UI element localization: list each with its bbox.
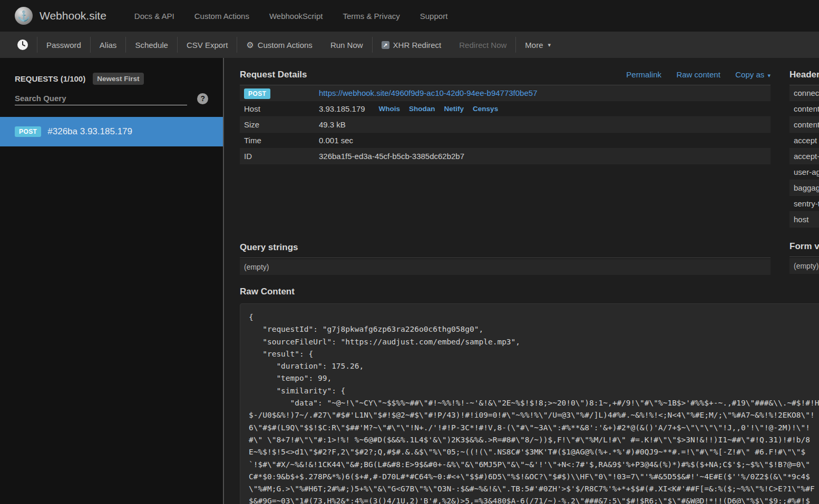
detail-row-time: Time 0.001 sec bbox=[240, 133, 771, 149]
form-values-section: Form values (empty) bbox=[789, 236, 819, 274]
history-clock-button[interactable] bbox=[13, 39, 37, 51]
search-input[interactable] bbox=[15, 92, 187, 105]
header-row: user-agent bbox=[789, 164, 819, 180]
size-value: 49.3 kB bbox=[319, 120, 771, 129]
alias-button[interactable]: Alias bbox=[91, 41, 126, 50]
header-row: content-length bbox=[789, 101, 819, 117]
permalink-link[interactable]: Permalink bbox=[626, 70, 661, 79]
nav-item-docs-api[interactable]: Docs & API bbox=[124, 12, 184, 21]
gear-icon: ⚙ bbox=[246, 40, 253, 50]
shodan-link[interactable]: Shodan bbox=[409, 105, 435, 113]
caret-down-icon: ▾ bbox=[767, 72, 771, 78]
request-details-column: Request Details Permalink Raw content Co… bbox=[240, 64, 771, 504]
post-method-badge: POST bbox=[15, 126, 41, 137]
header-row: content-type bbox=[789, 117, 819, 133]
time-value: 0.001 sec bbox=[319, 136, 771, 145]
netify-link[interactable]: Netify bbox=[444, 105, 464, 113]
top-navbar: ⚓ Webhook.site Docs & API Custom Actions… bbox=[0, 0, 819, 32]
schedule-button[interactable]: Schedule bbox=[126, 41, 177, 50]
detail-row-url: POST https://webhook.site/4960f9d9-ac10-… bbox=[240, 85, 771, 101]
header-row: accept-encoding bbox=[789, 149, 819, 164]
request-item-label: #326ba 3.93.185.179 bbox=[47, 126, 132, 137]
custom-actions-button[interactable]: ⚙ Custom Actions bbox=[237, 40, 321, 50]
raw-content-text: { "requestId": "g7j8pkwafg6zp63ra226o0c6… bbox=[240, 303, 819, 504]
brand-link[interactable]: ⚓ Webhook.site bbox=[15, 7, 106, 25]
caret-down-icon: ▾ bbox=[548, 42, 551, 48]
action-toolbar: Password Alias Schedule CSV Export ⚙ Cus… bbox=[0, 32, 819, 58]
header-row: accept bbox=[789, 133, 819, 149]
detail-row-id: ID 326ba1f5-ed3a-45cf-b5cb-3385dc62b2b7 bbox=[240, 149, 771, 164]
anchor-logo-icon: ⚓ bbox=[15, 7, 33, 25]
clock-icon bbox=[17, 39, 28, 51]
sidebar-header: REQUESTS (1/100) Newest First ? bbox=[0, 58, 223, 105]
nav-item-terms-privacy[interactable]: Terms & Privacy bbox=[333, 12, 409, 21]
nav-item-custom-actions[interactable]: Custom Actions bbox=[184, 12, 259, 21]
header-row: connection bbox=[789, 85, 819, 101]
request-list-item-selected[interactable]: POST #326ba 3.93.185.179 bbox=[0, 117, 223, 146]
whois-link[interactable]: Whois bbox=[379, 105, 401, 113]
custom-actions-label: Custom Actions bbox=[258, 41, 313, 50]
raw-content-link[interactable]: Raw content bbox=[676, 70, 720, 79]
size-label: Size bbox=[240, 120, 319, 129]
requests-sidebar: REQUESTS (1/100) Newest First ? POST #32… bbox=[0, 58, 224, 504]
post-method-badge: POST bbox=[244, 88, 270, 99]
navbar-links: Docs & API Custom Actions WebhookScript … bbox=[124, 12, 457, 21]
host-value: 3.93.185.179 bbox=[319, 104, 365, 113]
redirect-now-button[interactable]: Redirect Now bbox=[450, 41, 515, 50]
host-label: Host bbox=[240, 104, 319, 113]
header-row: host bbox=[789, 212, 819, 228]
time-label: Time bbox=[240, 136, 319, 145]
nav-item-support[interactable]: Support bbox=[410, 12, 458, 21]
password-button[interactable]: Password bbox=[37, 41, 90, 50]
request-url-link[interactable]: https://webhook.site/4960f9d9-ac10-42d0-… bbox=[319, 88, 538, 97]
request-details-title: Request Details bbox=[240, 70, 307, 80]
copy-as-label: Copy as bbox=[735, 70, 764, 79]
host-lookup-links: Whois Shodan Netify Censys bbox=[379, 105, 499, 113]
nav-item-webhookscript[interactable]: WebhookScript bbox=[259, 12, 333, 21]
query-strings-empty: (empty) bbox=[240, 259, 771, 275]
censys-link[interactable]: Censys bbox=[473, 105, 498, 113]
headers-title: Headers bbox=[789, 70, 819, 80]
more-label: More bbox=[525, 41, 543, 50]
detail-row-size: Size 49.3 kB bbox=[240, 117, 771, 133]
sort-order-badge[interactable]: Newest First bbox=[93, 73, 143, 85]
form-values-title: Form values bbox=[789, 241, 819, 252]
run-now-button[interactable]: Run Now bbox=[321, 41, 372, 50]
raw-content-section: Raw Content bbox=[240, 286, 771, 297]
header-row: baggage bbox=[789, 180, 819, 196]
external-link-icon: ↗ bbox=[382, 41, 389, 49]
form-values-empty: (empty) bbox=[789, 258, 819, 274]
content-area: REQUESTS (1/100) Newest First ? POST #32… bbox=[0, 58, 819, 504]
brand-title: Webhook.site bbox=[40, 9, 106, 22]
csv-export-button[interactable]: CSV Export bbox=[178, 41, 237, 50]
main-panel: Request Details Permalink Raw content Co… bbox=[224, 58, 819, 504]
query-strings-section: Query strings (empty) bbox=[240, 237, 771, 275]
id-value: 326ba1f5-ed3a-45cf-b5cb-3385dc62b2b7 bbox=[319, 152, 771, 161]
more-menu-button[interactable]: More ▾ bbox=[516, 41, 560, 50]
copy-as-dropdown[interactable]: Copy as ▾ bbox=[735, 70, 771, 79]
xhr-redirect-button[interactable]: ↗ XHR Redirect bbox=[373, 41, 451, 50]
headers-column: Headers connection content-length conten… bbox=[789, 64, 819, 504]
detail-row-host: Host 3.93.185.179 Whois Shodan Netify Ce… bbox=[240, 101, 771, 117]
query-strings-title: Query strings bbox=[240, 242, 298, 253]
header-row: sentry-trace bbox=[789, 196, 819, 212]
id-label: ID bbox=[240, 152, 319, 161]
requests-count-title: REQUESTS (1/100) bbox=[15, 74, 85, 83]
details-actions: Permalink Raw content Copy as ▾ bbox=[613, 70, 771, 80]
help-question-icon[interactable]: ? bbox=[197, 93, 208, 104]
xhr-redirect-label: XHR Redirect bbox=[393, 41, 442, 50]
raw-content-title: Raw Content bbox=[240, 286, 771, 297]
